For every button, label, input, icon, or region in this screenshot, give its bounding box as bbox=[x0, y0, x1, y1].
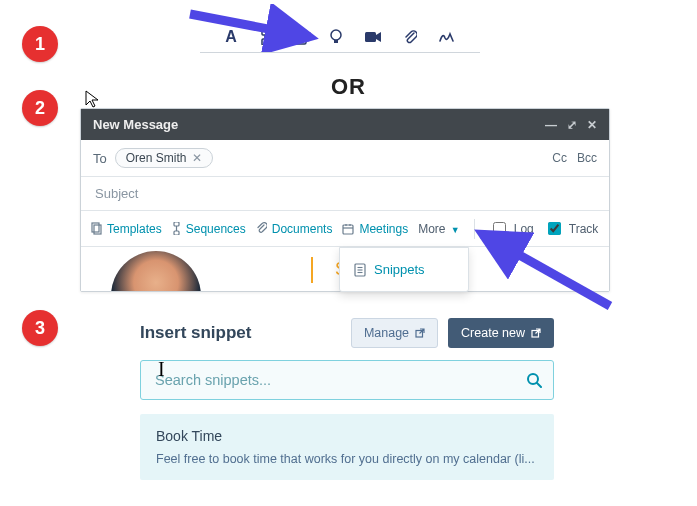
snippet-search[interactable] bbox=[140, 360, 554, 400]
attachment-icon[interactable] bbox=[403, 29, 417, 45]
svg-rect-8 bbox=[334, 40, 338, 43]
manage-button[interactable]: Manage bbox=[351, 318, 438, 348]
sequences-button[interactable]: Sequences bbox=[172, 222, 246, 236]
svg-rect-11 bbox=[92, 223, 99, 232]
recipient-name: Oren Smith bbox=[126, 151, 187, 165]
log-toggle[interactable]: Log bbox=[489, 219, 534, 238]
log-checkbox[interactable] bbox=[493, 222, 506, 235]
step-badge-3: 3 bbox=[22, 310, 58, 346]
create-new-button[interactable]: Create new bbox=[448, 318, 554, 348]
signature-divider bbox=[311, 257, 313, 283]
more-dropdown: Snippets bbox=[339, 247, 469, 292]
documents-label: Documents bbox=[272, 222, 333, 236]
signature-icon[interactable] bbox=[439, 30, 455, 44]
svg-rect-16 bbox=[343, 225, 353, 234]
subject-row[interactable] bbox=[81, 177, 609, 211]
templates-label: Templates bbox=[107, 222, 162, 236]
personalize-icon[interactable] bbox=[259, 29, 271, 45]
compose-window: New Message — ⤢ ✕ To Oren Smith ✕ Cc Bcc… bbox=[80, 108, 610, 292]
toolbar-divider bbox=[200, 52, 480, 53]
log-label: Log bbox=[514, 222, 534, 236]
expand-icon[interactable]: ⤢ bbox=[567, 118, 577, 132]
to-row[interactable]: To Oren Smith ✕ Cc Bcc bbox=[81, 140, 609, 177]
compose-toolbar: Templates Sequences Documents Meetings M… bbox=[81, 211, 609, 247]
meetings-button[interactable]: Meetings bbox=[342, 222, 408, 236]
vertical-divider bbox=[474, 219, 475, 239]
more-label: More bbox=[418, 222, 445, 236]
meetings-icon bbox=[342, 223, 354, 235]
external-link-icon bbox=[415, 328, 425, 338]
snippets-icon bbox=[354, 263, 366, 277]
recipient-chip[interactable]: Oren Smith ✕ bbox=[115, 148, 214, 168]
svg-point-7 bbox=[331, 30, 341, 40]
create-label: Create new bbox=[461, 326, 525, 340]
svg-rect-0 bbox=[262, 29, 268, 35]
templates-icon bbox=[91, 222, 102, 235]
snippet-panel-title: Insert snippet bbox=[140, 323, 251, 343]
video-icon[interactable] bbox=[365, 31, 381, 43]
close-icon[interactable]: ✕ bbox=[587, 118, 597, 132]
manage-label: Manage bbox=[364, 326, 409, 340]
snippets-menu-item[interactable]: Snippets bbox=[354, 262, 454, 277]
knowledge-icon[interactable] bbox=[329, 29, 343, 45]
step-badge-1: 1 bbox=[22, 26, 58, 62]
snippet-result-title: Book Time bbox=[156, 428, 538, 444]
sequences-icon bbox=[172, 222, 181, 235]
compose-title: New Message bbox=[93, 117, 178, 132]
chevron-down-icon: ▼ bbox=[451, 225, 460, 235]
sequences-label: Sequences bbox=[186, 222, 246, 236]
svg-line-28 bbox=[537, 383, 541, 387]
documents-icon bbox=[256, 222, 267, 235]
documents-button[interactable]: Documents bbox=[256, 222, 333, 236]
external-link-icon bbox=[531, 328, 541, 338]
svg-rect-2 bbox=[262, 39, 268, 45]
more-button[interactable]: More ▼ bbox=[418, 222, 460, 236]
or-label: OR bbox=[0, 74, 697, 100]
track-toggle[interactable]: Track bbox=[544, 219, 599, 238]
snippets-menu-label: Snippets bbox=[374, 262, 425, 277]
step-badge-2: 2 bbox=[22, 90, 58, 126]
snippets-icon[interactable] bbox=[293, 29, 307, 45]
svg-rect-13 bbox=[174, 222, 179, 226]
snippet-result-item[interactable]: Book Time Feel free to book time that wo… bbox=[140, 414, 554, 480]
svg-rect-12 bbox=[94, 225, 101, 234]
remove-recipient-icon[interactable]: ✕ bbox=[192, 151, 202, 165]
svg-rect-15 bbox=[174, 231, 179, 235]
subject-input[interactable] bbox=[93, 185, 597, 202]
avatar bbox=[111, 251, 201, 291]
cc-link[interactable]: Cc bbox=[552, 151, 567, 165]
text-format-icon[interactable]: A bbox=[225, 28, 237, 46]
templates-button[interactable]: Templates bbox=[91, 222, 162, 236]
search-icon[interactable] bbox=[526, 372, 542, 388]
cursor-pointer-icon bbox=[85, 90, 101, 108]
insert-snippet-panel: Insert snippet Manage Create new Book Ti… bbox=[140, 318, 554, 480]
to-label: To bbox=[93, 151, 107, 166]
track-checkbox[interactable] bbox=[548, 222, 561, 235]
meetings-label: Meetings bbox=[359, 222, 408, 236]
snippet-result-preview: Feel free to book time that works for yo… bbox=[156, 452, 538, 466]
bcc-link[interactable]: Bcc bbox=[577, 151, 597, 165]
track-label: Track bbox=[569, 222, 599, 236]
svg-rect-9 bbox=[365, 32, 376, 42]
text-caret-icon: I bbox=[158, 358, 165, 381]
minimize-icon[interactable]: — bbox=[545, 118, 557, 132]
compose-header[interactable]: New Message — ⤢ ✕ bbox=[81, 109, 609, 140]
snippet-search-input[interactable] bbox=[140, 360, 554, 400]
